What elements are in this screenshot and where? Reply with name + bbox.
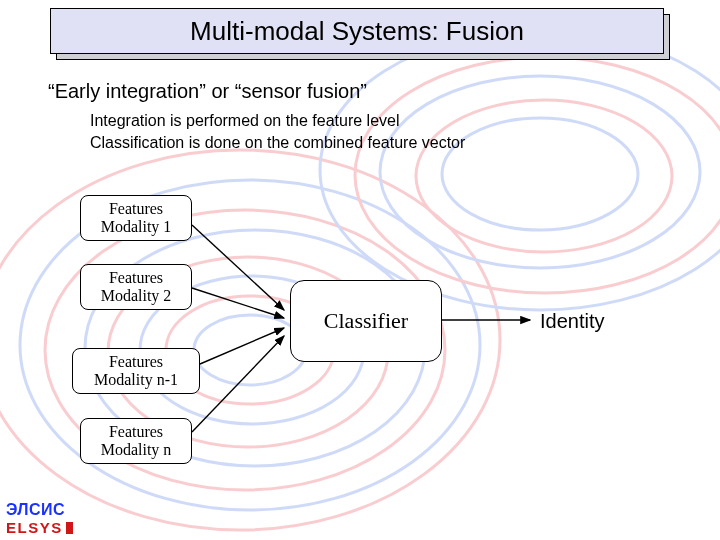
box-modality-2: FeaturesModality 2 (80, 264, 192, 310)
bullet-1: Integration is performed on the feature … (90, 110, 465, 132)
box-classifier: Classifier (290, 280, 442, 362)
bullet-2: Classification is done on the combined f… (90, 132, 465, 154)
bullet-list: Integration is performed on the feature … (90, 110, 465, 153)
svg-line-14 (192, 288, 284, 318)
slide-title: Multi-modal Systems: Fusion (190, 16, 524, 47)
label-identity: Identity (540, 310, 604, 333)
box-modality-1: FeaturesModality 1 (80, 195, 192, 241)
lead-text: “Early integration” or “sensor fusion” (48, 80, 367, 103)
logo-bar-icon (66, 522, 73, 534)
logo: ЭЛСИС ELSYS (6, 501, 73, 536)
slide: Multi-modal Systems: Fusion “Early integ… (0, 0, 720, 540)
box-modality-n-1: FeaturesModality n-1 (72, 348, 200, 394)
svg-line-15 (200, 328, 284, 364)
svg-line-16 (192, 336, 284, 432)
logo-ru: ЭЛСИС (6, 501, 73, 519)
svg-line-13 (192, 225, 284, 310)
box-modality-n: FeaturesModality n (80, 418, 192, 464)
logo-en: ELSYS (6, 519, 73, 536)
title-box: Multi-modal Systems: Fusion (50, 8, 670, 54)
